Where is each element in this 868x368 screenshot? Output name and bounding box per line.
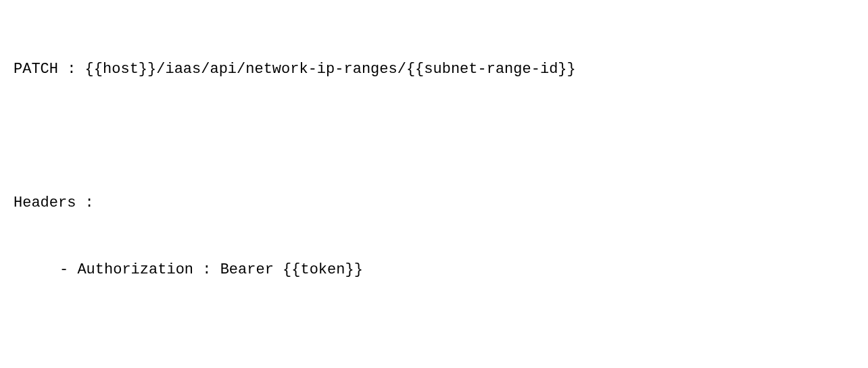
api-request-snippet: PATCH : {{host}}/iaas/api/network-ip-ran… bbox=[14, 14, 854, 368]
blank-line bbox=[14, 125, 854, 147]
headers-label: Headers : bbox=[14, 192, 854, 214]
blank-line bbox=[14, 325, 854, 348]
header-authorization: - Authorization : Bearer {{token}} bbox=[14, 259, 854, 281]
request-method-line: PATCH : {{host}}/iaas/api/network-ip-ran… bbox=[14, 58, 854, 80]
